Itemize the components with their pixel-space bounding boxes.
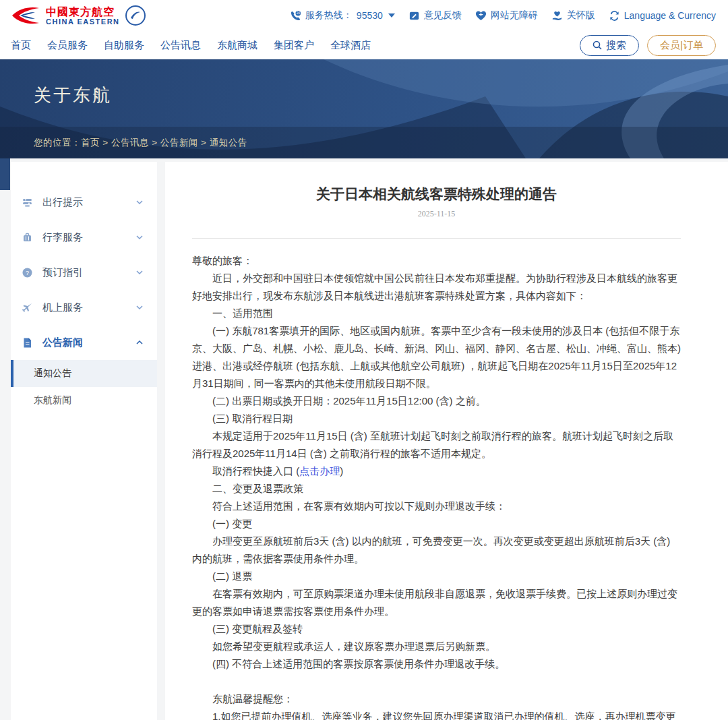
article-paragraph: 如您希望变更航程或承运人，建议原客票办理退票后另购新票。	[192, 638, 681, 655]
article-paragraph: 二、变更及退票政策	[192, 480, 681, 498]
sidebar-item-label: 机上服务	[42, 301, 135, 314]
article-date: 2025-11-15	[192, 209, 681, 219]
nav-item-hotels[interactable]: 全球酒店	[330, 39, 371, 52]
language-currency-icon	[609, 10, 620, 22]
sidebar-subitem-ce-news[interactable]: 东航新闻	[11, 387, 157, 414]
nav-item-home[interactable]: 首页	[11, 39, 31, 52]
article-paragraph: (三) 取消行程日期	[192, 410, 681, 427]
article-paragraph: 一、适用范围	[192, 305, 681, 322]
hand-heart-icon	[551, 10, 563, 22]
accessibility-link[interactable]: 网站无障碍	[475, 9, 538, 22]
nav-item-mall[interactable]: 东航商城	[217, 39, 257, 52]
sidebar-item-label: 行李服务	[42, 231, 135, 244]
nav-item-member-services[interactable]: 会员服务	[47, 39, 88, 52]
sidebar-item-booking-guide[interactable]: ? 预订指引	[11, 255, 157, 290]
airplane-icon	[22, 302, 33, 313]
search-button[interactable]: 搜索	[580, 35, 639, 56]
nav-item-self-services[interactable]: 自助服务	[104, 39, 144, 52]
article-paragraph: (一) 变更	[192, 515, 681, 533]
chevron-up-icon	[135, 338, 144, 347]
sidebar-item-label: 预订指引	[42, 266, 135, 279]
language-currency-link[interactable]: Language & Currency	[609, 10, 716, 22]
article-paragraph: 本规定适用于2025年11月15日 (含) 至航班计划起飞时刻之前取消行程的旅客…	[192, 427, 681, 462]
article-paragraph: 在客票有效期内，可至原购票渠道办理未使用航段非自愿退票，免收退票手续费。已按上述…	[192, 585, 681, 620]
sidebar: 出行提示 行李服务 ? 预订指引 机上服务	[11, 162, 157, 720]
main-nav: 首页 会员服务 自助服务 公告讯息 东航商城 集团客户 全球酒店 搜索 会员|订…	[0, 31, 728, 59]
help-icon: ?	[22, 267, 33, 278]
chevron-down-icon	[135, 268, 144, 276]
chevron-down-icon	[135, 233, 144, 241]
feedback-link[interactable]: 意见反馈	[408, 9, 462, 22]
search-icon	[593, 40, 602, 50]
member-orders-button[interactable]: 会员|订单	[647, 35, 716, 56]
travel-tips-icon	[22, 197, 33, 208]
article-paragraph-cancel-entry: 取消行程快捷入口 (点击办理)	[192, 462, 681, 480]
cancel-trip-link[interactable]: 点击办理	[299, 465, 340, 477]
article-paragraph: 近日，外交部和中国驻日本使领馆就中国公民前往日本发布郑重提醒。为协助行程涉及日本…	[192, 270, 681, 305]
sidebar-item-baggage[interactable]: 行李服务	[11, 220, 157, 255]
article-paragraph: 东航温馨提醒您：	[192, 690, 681, 708]
sidebar-item-travel-tips[interactable]: 出行提示	[11, 185, 157, 220]
search-button-label: 搜索	[606, 39, 626, 52]
breadcrumb: 您的位置： 首页 > 公告讯息 > 公告新闻 > 通知公告	[0, 127, 728, 158]
article-paragraph: 尊敬的旅客：	[192, 252, 681, 270]
breadcrumb-label: 您的位置：	[34, 137, 81, 149]
brand-logo[interactable]: 中國東方航空 CHINA EASTERN	[11, 5, 146, 26]
language-currency-label: Language & Currency	[624, 10, 716, 21]
divider	[192, 238, 681, 239]
logo-text-en: CHINA EASTERN	[46, 18, 120, 26]
luggage-icon	[22, 232, 33, 243]
top-utility-bar: 中國東方航空 CHINA EASTERN 24 服务热线： 95530 意见反馈	[0, 0, 728, 31]
hotline-caret-icon	[388, 13, 395, 18]
sidebar-subitem-notices[interactable]: 通知公告	[11, 360, 157, 387]
nav-item-corporate[interactable]: 集团客户	[274, 39, 314, 52]
cancel-entry-before: 取消行程快捷入口 (	[212, 465, 299, 477]
svg-text:24: 24	[297, 11, 301, 15]
article-paragraph: (二) 出票日期或换开日期：2025年11月15日12:00 (含) 之前。	[192, 392, 681, 410]
phone-24h-icon: 24	[290, 10, 301, 22]
article-paragraph: (四) 不符合上述适用范围的客票按原客票使用条件办理退改手续。	[192, 655, 681, 673]
chevron-down-icon	[135, 303, 144, 311]
accessible-heart-icon	[475, 10, 487, 22]
sidebar-item-label: 公告新闻	[42, 336, 135, 349]
sidebar-subitem-label: 通知公告	[34, 367, 71, 380]
news-document-icon	[22, 337, 33, 349]
care-version-label: 关怀版	[567, 9, 595, 22]
article-title: 关于日本相关航线客票特殊处理的通告	[192, 185, 681, 204]
feedback-label: 意见反馈	[424, 9, 462, 22]
article-paragraph: 1.如您已提前办理值机、选座等业务，建议您先回原办理渠道取消已办理的值机、选座，…	[192, 708, 681, 720]
sidebar-item-inflight-services[interactable]: 机上服务	[11, 290, 157, 325]
member-orders-label: 会员|订单	[660, 39, 703, 52]
article-paragraph: 符合上述适用范围，在客票有效期内可按以下规则办理退改手续：	[192, 498, 681, 515]
accessibility-label: 网站无障碍	[491, 9, 538, 22]
care-version-link[interactable]: 关怀版	[551, 9, 595, 22]
article: 关于日本相关航线客票特殊处理的通告 2025-11-15 尊敬的旅客： 近日，外…	[165, 162, 728, 720]
article-paragraph: (一) 东航781客票填开的国际、地区或国内航班。客票中至少含有一段未使用的涉及…	[192, 322, 681, 392]
feedback-icon	[408, 10, 420, 22]
page-banner: 关于东航 您的位置： 首页 > 公告讯息 > 公告新闻 > 通知公告	[0, 59, 728, 158]
article-paragraph: (三) 变更航程及签转	[192, 620, 681, 638]
sidebar-subitem-label: 东航新闻	[34, 394, 71, 407]
hotline-label: 服务热线：	[305, 9, 353, 22]
chevron-down-icon	[135, 198, 144, 206]
hotline-number: 95530	[357, 10, 383, 21]
service-hotline[interactable]: 24 服务热线： 95530	[290, 9, 395, 22]
sidebar-item-label: 出行提示	[42, 196, 135, 209]
article-paragraph: 办理变更至原航班前后3天 (含) 以内的航班，可免费变更一次。再次变更或变更超出…	[192, 533, 681, 568]
skyteam-icon	[125, 5, 146, 26]
svg-text:?: ?	[26, 269, 29, 276]
china-eastern-bird-icon	[11, 5, 40, 26]
article-paragraph: (二) 退票	[192, 568, 681, 585]
logo-text-cn: 中國東方航空	[46, 6, 120, 18]
sidebar-item-announcement-news[interactable]: 公告新闻	[11, 325, 157, 360]
breadcrumb-path[interactable]: 首页 > 公告讯息 > 公告新闻 > 通知公告	[81, 137, 247, 149]
page-title: 关于东航	[34, 84, 112, 107]
nav-item-announcements[interactable]: 公告讯息	[160, 39, 201, 52]
cancel-entry-after: )	[340, 465, 343, 477]
